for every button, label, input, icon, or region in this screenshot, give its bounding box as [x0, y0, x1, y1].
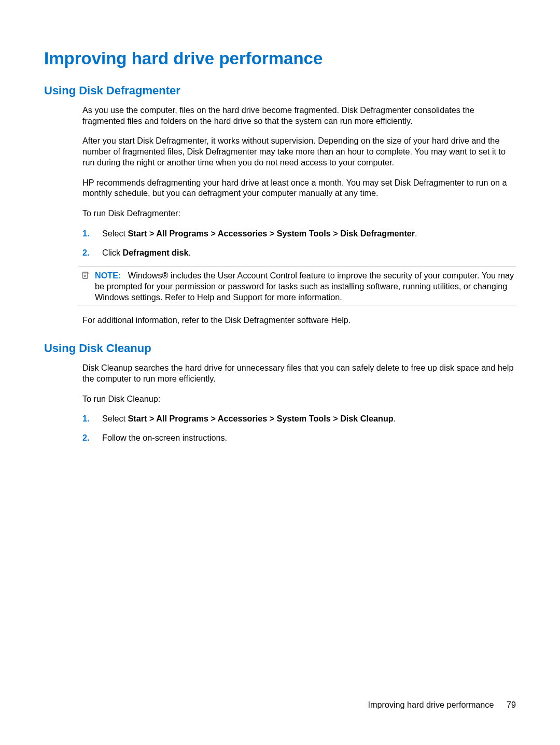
section-heading-defragmenter: Using Disk Defragmenter [44, 84, 516, 97]
paragraph: To run Disk Defragmenter: [82, 208, 516, 219]
text: . [394, 414, 396, 423]
list-number: 2. [82, 432, 102, 443]
note-body: NOTE: Windows® includes the User Account… [93, 270, 516, 302]
paragraph: To run Disk Cleanup: [82, 393, 516, 404]
footer-title: Improving hard drive performance [368, 700, 494, 709]
paragraph: After you start Disk Defragmenter, it wo… [82, 135, 516, 167]
paragraph: HP recommends defragmenting your hard dr… [82, 177, 516, 199]
note-text: Windows® includes the User Account Contr… [95, 271, 514, 301]
section-heading-cleanup: Using Disk Cleanup [44, 342, 516, 355]
paragraph: For additional information, refer to the… [82, 315, 516, 326]
list-content: Click Defragment disk. [102, 247, 516, 258]
note-icon [78, 270, 93, 279]
section-body: As you use the computer, files on the ha… [82, 105, 516, 325]
menu-path: Start > All Programs > Accessories > Sys… [128, 229, 415, 238]
text: Follow the on-screen instructions. [102, 433, 227, 442]
paragraph: As you use the computer, files on the ha… [82, 105, 516, 126]
text: Select [102, 229, 128, 238]
note-callout: NOTE: Windows® includes the User Account… [78, 266, 516, 305]
text: Select [102, 414, 128, 423]
list-item: 1. Select Start > All Programs > Accesso… [82, 228, 516, 239]
section-body: Disk Cleanup searches the hard drive for… [82, 362, 516, 443]
list-content: Select Start > All Programs > Accessorie… [102, 228, 516, 239]
document-page: Improving hard drive performance Using D… [0, 0, 560, 483]
text: . [415, 229, 417, 238]
list-content: Follow the on-screen instructions. [102, 432, 516, 443]
list-number: 2. [82, 247, 102, 258]
list-item: 2. Click Defragment disk. [82, 247, 516, 258]
list-number: 1. [82, 413, 102, 424]
menu-path: Start > All Programs > Accessories > Sys… [128, 414, 394, 423]
list-item: 1. Select Start > All Programs > Accesso… [82, 413, 516, 424]
text: . [188, 248, 191, 257]
page-footer: Improving hard drive performance 79 [368, 700, 516, 710]
text: Click [102, 248, 123, 257]
paragraph: Disk Cleanup searches the hard drive for… [82, 362, 516, 384]
list-content: Select Start > All Programs > Accessorie… [102, 413, 516, 424]
list-item: 2. Follow the on-screen instructions. [82, 432, 516, 443]
list-number: 1. [82, 228, 102, 239]
page-number: 79 [507, 700, 516, 709]
note-label: NOTE: [95, 271, 121, 280]
button-label: Defragment disk [123, 248, 189, 257]
page-title: Improving hard drive performance [44, 49, 516, 68]
